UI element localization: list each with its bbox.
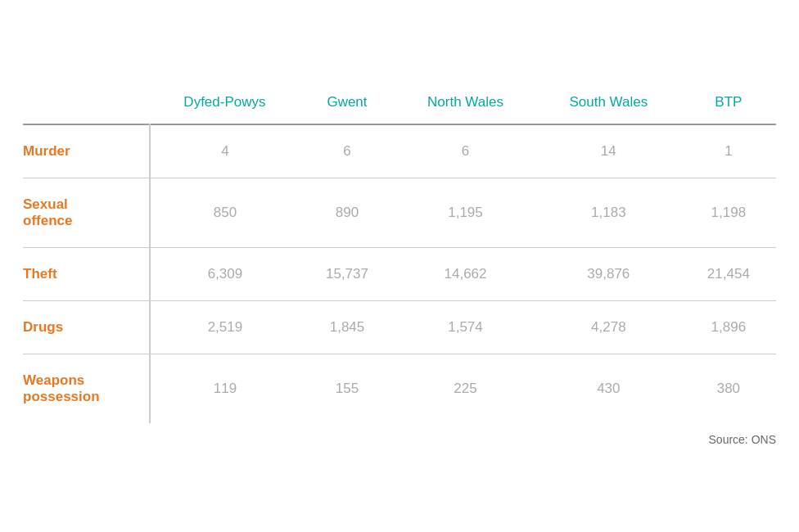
cell-row0-col2: 6	[395, 124, 536, 178]
row-label-sexual-offence: Sexualoffence	[23, 178, 150, 248]
cell-row1-col0: 850	[150, 178, 300, 248]
header-row: Dyfed-Powys Gwent North Wales South Wale…	[23, 86, 776, 124]
cell-row0-col4: 1	[681, 124, 776, 178]
header-dyfed-powys: Dyfed-Powys	[150, 86, 300, 124]
cell-row3-col4: 1,896	[681, 301, 776, 354]
row-label-drugs: Drugs	[23, 301, 150, 354]
cell-row0-col0: 4	[150, 124, 300, 178]
cell-row0-col3: 14	[536, 124, 681, 178]
cell-row0-col1: 6	[300, 124, 395, 178]
cell-row1-col3: 1,183	[536, 178, 681, 248]
cell-row3-col1: 1,845	[300, 301, 395, 354]
cell-row4-col1: 155	[300, 354, 395, 424]
table-row: Murder466141	[23, 124, 776, 178]
cell-row3-col0: 2,519	[150, 301, 300, 354]
header-south-wales: South Wales	[536, 86, 681, 124]
cell-row2-col0: 6,309	[150, 248, 300, 301]
table-row: Sexualoffence8508901,1951,1831,198	[23, 178, 776, 248]
cell-row4-col3: 430	[536, 354, 681, 424]
cell-row4-col0: 119	[150, 354, 300, 424]
cell-row4-col4: 380	[681, 354, 776, 424]
cell-row1-col4: 1,198	[681, 178, 776, 248]
cell-row2-col4: 21,454	[681, 248, 776, 301]
table-row: Weaponspossession119155225430380	[23, 354, 776, 424]
cell-row2-col1: 15,737	[300, 248, 395, 301]
table-container: Dyfed-Powys Gwent North Wales South Wale…	[15, 70, 784, 462]
cell-row4-col2: 225	[395, 354, 536, 424]
cell-row2-col3: 39,876	[536, 248, 681, 301]
header-gwent: Gwent	[300, 86, 395, 124]
row-label-theft: Theft	[23, 248, 150, 301]
header-north-wales: North Wales	[395, 86, 536, 124]
cell-row2-col2: 14,662	[395, 248, 536, 301]
header-btp: BTP	[681, 86, 776, 124]
row-label-weapons-possession: Weaponspossession	[23, 354, 150, 424]
crime-statistics-table: Dyfed-Powys Gwent North Wales South Wale…	[23, 86, 776, 423]
source-label: Source: ONS	[23, 423, 776, 446]
cell-row3-col2: 1,574	[395, 301, 536, 354]
cell-row1-col1: 890	[300, 178, 395, 248]
row-label-murder: Murder	[23, 124, 150, 178]
table-row: Theft6,30915,73714,66239,87621,454	[23, 248, 776, 301]
cell-row1-col2: 1,195	[395, 178, 536, 248]
table-row: Drugs2,5191,8451,5744,2781,896	[23, 301, 776, 354]
cell-row3-col3: 4,278	[536, 301, 681, 354]
